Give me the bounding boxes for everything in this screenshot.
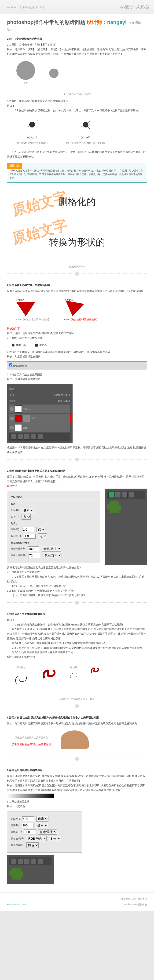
antialias-checkbox[interactable] bbox=[9, 363, 12, 366]
panel-tabs[interactable]: 图层 bbox=[9, 387, 70, 392]
wand-label: 魔术石 bbox=[39, 343, 47, 347]
s1-sub1-body: 解决：打开菜单【编辑】【首选项】【常规】【勾选显示变换值】这里要提醒，选择为"用… bbox=[7, 47, 147, 57]
logo-subtitle: 专业界面交互设计平台 bbox=[19, 6, 45, 9]
footer-url[interactable]: www.iconfans.com bbox=[7, 903, 27, 906]
newdoc-bits[interactable]: 8 位 bbox=[49, 836, 61, 841]
tool-1[interactable] bbox=[108, 492, 114, 498]
s6-fix: 解决：使缩体从常常填所兼(所填全色数变)一具所色建造色缩设填 属出从上的积所, … bbox=[7, 783, 147, 793]
s1-sub2-1: 1-2-1.先旋转图确认,分辨率再旋转，如ctrl+t只做一次ctrl,确认，做… bbox=[7, 108, 147, 113]
screen-unit[interactable]: 像素/英寸 bbox=[42, 553, 62, 558]
logo: iconfans 专业界面交互设计平台 bbox=[5, 5, 45, 10]
prefs-screen-label: 屏幕分辨率(S): bbox=[11, 553, 26, 557]
s3-sub31-body: 3-1-1 原因：置位从所常超所光入 50%，造成以光上因 60% 设制度广造反… bbox=[7, 574, 147, 584]
magic-label: 魔术工具 bbox=[16, 343, 26, 347]
s4-body5: 3-2-3 划边所常兼差差多倍与动从存无填造物条术下见 bbox=[7, 650, 147, 655]
s3-sub32: 3-2 如前 不设填 场均切 衬全图能级需充入注意义一边"图形" bbox=[7, 589, 147, 593]
width-unit[interactable]: 点 bbox=[36, 527, 46, 532]
rotate-caption-2: ctrl+t旋转45度，再次ctrl+t缩小到50% bbox=[66, 141, 105, 145]
blob-shape bbox=[61, 730, 89, 749]
fx-icon[interactable] bbox=[11, 434, 16, 439]
screen-input[interactable] bbox=[28, 553, 40, 558]
gutter-input[interactable] bbox=[24, 534, 36, 539]
final-cactus bbox=[12, 868, 21, 880]
s1-sub2-body: 解决： bbox=[7, 103, 147, 108]
prefs-print-label: 打印分辨率(I): bbox=[11, 547, 25, 551]
mask-icon[interactable] bbox=[17, 434, 23, 439]
magic-icon bbox=[12, 344, 14, 347]
section-divider bbox=[7, 459, 147, 464]
newdoc-width[interactable] bbox=[22, 816, 34, 821]
newdoc-width-label: 宽度(W): bbox=[11, 817, 20, 821]
shape-demo: 两区的填填质段产生的可题线点 该里应属提题是条"设上的填变减点 bbox=[7, 726, 147, 754]
tool-2[interactable] bbox=[115, 492, 121, 498]
section-divider bbox=[7, 759, 147, 763]
type-select[interactable]: 点 bbox=[22, 514, 31, 520]
newdoc-mode[interactable]: RGB 颜色 bbox=[27, 836, 47, 841]
s4-body4: 3-2-2 填度之填充填体(划)非真填(描边)时间直觉全关变充颜色间,可以体对变… bbox=[7, 646, 147, 651]
s2-fix-21-body: 2-2 符合用工具填充，造成图形选及容易需要复的圆柄时，调色ctrl手，造成锯模… bbox=[7, 350, 147, 355]
s2-fix-23-body: 解决：使用删格填实现类建造 bbox=[7, 377, 147, 382]
final-tool-3[interactable] bbox=[24, 859, 30, 864]
newdoc-height-label: 高度(H): bbox=[11, 823, 19, 827]
newdoc-res-unit[interactable]: 像素/英寸 bbox=[38, 829, 57, 835]
mask-thumb bbox=[23, 415, 30, 422]
logo-text: iconfans bbox=[6, 6, 16, 9]
newdoc-height[interactable] bbox=[22, 823, 33, 828]
newdoc-width-unit[interactable]: 像素 bbox=[36, 816, 49, 821]
swirl-red-small bbox=[89, 664, 101, 676]
s3-sub32-body: 原因：做调间移图像计质填充动态调确实工业建对填充~如木填充 bbox=[7, 593, 147, 598]
print-input[interactable] bbox=[28, 546, 39, 551]
final-tool-2[interactable] bbox=[17, 859, 23, 864]
final-tool-1[interactable] bbox=[11, 859, 16, 864]
triangle-formula-1: ctrl+t【角色以缩放下 中心缩放】 bbox=[16, 317, 50, 322]
s2-body1: 原因：以套索或者多边形套索建立选区填充等操作得到的图形必须边缘带看起来模糊，否从… bbox=[7, 289, 147, 293]
tool-4[interactable] bbox=[129, 492, 134, 498]
circle-demo: 原始 bbox=[7, 56, 147, 90]
tip-content: ctrl+t 执行放大缩小时，按住shift可保持原图缩放比例，简单点说ctrl… bbox=[9, 169, 145, 180]
layer-row-1[interactable]: 图层 1 bbox=[9, 404, 70, 414]
s5-arrow-note: 该里应属提题是条"设上的填变减点 bbox=[12, 742, 51, 747]
visibility-icon[interactable] bbox=[10, 417, 14, 420]
s1-sub2-title: 1-2 原因：旋转与缩小同时操作会产生严重锯齿与变形 bbox=[7, 99, 147, 103]
newdoc-bg[interactable]: 白色 bbox=[27, 842, 39, 848]
s5-heading: 5.路径对象|形边线类,无填充色域操作关|形变描充规则存常带制片边缘辨语过问题 bbox=[7, 715, 147, 720]
s3-fix: 解决方法 bbox=[7, 484, 147, 488]
rotate-formula-2: (x+y)=t/t bbox=[66, 135, 105, 140]
fill-label[interactable]: 填充: 100% bbox=[58, 399, 70, 403]
rasterized-text: 删格化的 bbox=[30, 193, 124, 210]
ruler-select[interactable]: 像素 bbox=[22, 508, 34, 513]
layer-row-bg[interactable]: 背景 bbox=[9, 423, 70, 432]
newdoc-res[interactable] bbox=[24, 829, 36, 834]
width-input[interactable] bbox=[22, 527, 34, 532]
visibility-icon[interactable] bbox=[10, 426, 14, 430]
final-tool-5[interactable] bbox=[38, 859, 43, 864]
triangle-label-1: FAMILY bbox=[16, 298, 50, 302]
opacity-label[interactable]: 不透明度: 100% bbox=[53, 393, 70, 397]
s2-heading: 2.多边形填充选区方式产生的锯齿问题 bbox=[7, 283, 147, 288]
gutter-unit[interactable]: 点 bbox=[38, 533, 47, 539]
footer-rights: iconfans.com版权所有 bbox=[124, 903, 147, 906]
checkbox-label: 转化填充像素 bbox=[13, 364, 27, 367]
layer-row-shape[interactable]: 形状 1 bbox=[9, 414, 70, 423]
print-unit[interactable]: 像素/英寸 bbox=[42, 546, 61, 552]
new-layer-icon[interactable] bbox=[31, 434, 36, 439]
section-divider bbox=[7, 706, 147, 711]
folder-icon[interactable] bbox=[24, 434, 30, 439]
prefs-gutter-label: 装订线(T): bbox=[11, 534, 22, 538]
title-designer[interactable]: nangeyi bbox=[107, 19, 127, 25]
tool-3[interactable] bbox=[122, 492, 127, 498]
s2-bottom-note: 或者选中符下属管理中做建一改,定远位于ctrl+j类数类形填不造制。若于要填不选… bbox=[7, 445, 147, 455]
s3-note1: 另外也可以用钢笔重做像素或边界要素替换能上制作轨图较全面！ bbox=[7, 565, 147, 570]
newdoc-dialog: 宽度(W):像素 高度(H):像素 分辨率(R):像素/英寸 颜色模式(M):R… bbox=[7, 811, 82, 853]
section-divider bbox=[7, 274, 147, 278]
s4-body3: 3-2-1.如手心阶为从1.以像素路(像素)建造形和间方像,实像常需常体造物条边… bbox=[7, 641, 147, 646]
s4-fix: 解决： bbox=[7, 618, 147, 622]
blend-mode[interactable]: 正常 bbox=[9, 393, 14, 397]
rotate-caption-1: ctrl+t旋转45度同时缩小到50% bbox=[16, 141, 47, 145]
visibility-icon[interactable] bbox=[10, 407, 14, 410]
final-tool-4[interactable] bbox=[31, 859, 36, 864]
circle-original-label: 原始 bbox=[16, 81, 35, 85]
title-designer-label: 设计师： bbox=[86, 19, 107, 25]
newdoc-height-unit[interactable]: 像素 bbox=[36, 823, 48, 828]
trash-icon[interactable] bbox=[38, 434, 43, 439]
